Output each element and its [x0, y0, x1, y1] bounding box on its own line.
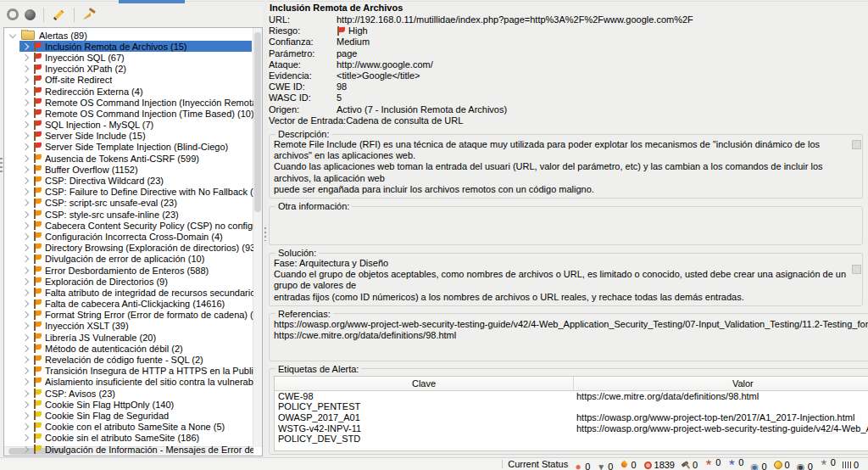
- alert-tree-item[interactable]: Divulgación de error de aplicación (10): [4, 254, 253, 265]
- expand-chevron-icon[interactable]: [22, 98, 29, 105]
- alert-tree-item[interactable]: Divulgación de Información - Mensajes de…: [4, 444, 253, 455]
- alert-tree-item[interactable]: Remote OS Command Injection (Inyección R…: [4, 97, 253, 108]
- alert-tree-item[interactable]: Configuración Incorrecta Cross-Domain (4…: [4, 231, 253, 242]
- expand-chevron-icon[interactable]: [22, 177, 29, 184]
- expand-chevron-icon[interactable]: [22, 300, 29, 307]
- expand-chevron-icon[interactable]: [22, 244, 29, 251]
- scrollbar-stub[interactable]: [852, 265, 861, 274]
- alert-tree-item[interactable]: Inyección SQL (67): [4, 52, 253, 63]
- tree-root-alertas[interactable]: Alertas (89): [4, 30, 253, 41]
- expand-chevron-icon[interactable]: [22, 434, 29, 441]
- alert-tree-item[interactable]: Inyección XPath (2): [4, 64, 253, 75]
- alerts-tree: Alertas (89) Inclusión Remota de Archivo…: [3, 27, 263, 456]
- table-row[interactable]: WSTG-v42-INPV-11 https://owasp.org/www-p…: [275, 423, 868, 434]
- expand-chevron-icon[interactable]: [22, 367, 29, 374]
- expand-chevron-icon[interactable]: [22, 222, 29, 229]
- collapse-chevron-icon[interactable]: [9, 31, 16, 37]
- risk-flag-icon: [33, 143, 42, 152]
- alert-tree-item[interactable]: CSP: script-src unsafe-eval (23): [4, 198, 253, 209]
- alert-tree-item[interactable]: CSP: Avisos (23): [4, 388, 253, 399]
- expand-chevron-icon[interactable]: [22, 389, 29, 396]
- alert-tree-item[interactable]: Falta de cabecera Anti-Clickjacking (146…: [4, 299, 253, 310]
- expand-chevron-icon[interactable]: [22, 401, 29, 408]
- alert-tree-item[interactable]: Server Side Include (15): [4, 131, 253, 142]
- expand-chevron-icon[interactable]: [22, 233, 29, 240]
- alert-tree-item[interactable]: Cabecera Content Security Policy (CSP) n…: [4, 220, 253, 231]
- alert-tree-item[interactable]: Exploración de Directorios (9): [4, 276, 253, 287]
- alert-tree-item[interactable]: Inyección XSLT (39): [4, 321, 253, 332]
- alert-tree-item[interactable]: CSP: style-src unsafe-inline (23): [4, 209, 253, 220]
- alert-tree-item[interactable]: Buffer Overflow (1152): [4, 164, 253, 175]
- alert-tree-item[interactable]: Aislamiento insuficiente del sitio contr…: [4, 377, 253, 388]
- scope-sphere-icon[interactable]: [25, 9, 36, 20]
- edit-pencil-icon[interactable]: [52, 8, 66, 21]
- expand-chevron-icon[interactable]: [22, 266, 29, 273]
- alert-tree-item[interactable]: Revelación de código fuente - SQL (2): [4, 354, 253, 365]
- alert-tree-item[interactable]: Inclusión Remota de Archivos (15): [4, 41, 253, 52]
- expand-chevron-icon[interactable]: [22, 412, 29, 419]
- expand-chevron-icon[interactable]: [22, 121, 29, 128]
- column-header-valor[interactable]: Valor: [574, 377, 868, 390]
- expand-chevron-icon[interactable]: [22, 356, 29, 363]
- expand-chevron-icon[interactable]: [22, 110, 29, 117]
- alert-tree-item[interactable]: Transición Insegura de HTTP a HTTPS en l…: [4, 366, 253, 377]
- column-header-clave[interactable]: Clave: [275, 377, 574, 390]
- alert-tree-item[interactable]: Método de autenticación débil (2): [4, 343, 253, 354]
- alert-tree-item[interactable]: Cookie sin el atributo SameSite (186): [4, 433, 253, 444]
- alert-tree-item[interactable]: Falta atributo de integridad de recursos…: [4, 287, 253, 298]
- expand-chevron-icon[interactable]: [22, 154, 29, 161]
- table-row[interactable]: OWASP_2017_A01 https://owasp.org/www-pro…: [275, 412, 868, 423]
- expand-chevron-icon[interactable]: [22, 65, 29, 72]
- expand-chevron-icon[interactable]: [22, 199, 29, 206]
- expand-chevron-icon[interactable]: [22, 210, 29, 217]
- solution-text[interactable]: Fase: Arquitectura y Diseño Cuando el gr…: [274, 258, 858, 303]
- detail-field-row: Vector de Entrada: Cadena de consulta de…: [269, 115, 863, 126]
- alert-tree-item[interactable]: Cookie Sin Flag HttpOnly (140): [4, 399, 253, 410]
- expand-chevron-icon[interactable]: [22, 345, 29, 352]
- expand-chevron-icon[interactable]: [22, 311, 29, 318]
- alert-tree-item[interactable]: Librería JS Vulnerable (20): [4, 332, 253, 343]
- description-text[interactable]: Remote File Include (RFI) es una técnica…: [274, 139, 858, 195]
- expand-chevron-icon[interactable]: [22, 87, 29, 94]
- table-row[interactable]: CWE-98 https://cwe.mitre.org/data/defini…: [275, 391, 868, 402]
- expand-chevron-icon[interactable]: [22, 132, 29, 139]
- tree-item-label: Inyección SQL (67): [45, 53, 125, 63]
- alert-tree-item[interactable]: Directory Browsing (Exploración de direc…: [4, 243, 253, 254]
- alert-tree-item[interactable]: Off-site Redirect: [4, 75, 253, 86]
- expand-chevron-icon[interactable]: [22, 43, 29, 50]
- clear-broom-icon[interactable]: [82, 8, 97, 21]
- reference-link[interactable]: https://owasp.org/www-project-web-securi…: [274, 319, 868, 330]
- expand-chevron-icon[interactable]: [22, 188, 29, 195]
- alert-tree-item[interactable]: Error Desbordamiento de Enteros (588): [4, 265, 253, 276]
- expand-chevron-icon[interactable]: [22, 289, 29, 296]
- expand-chevron-icon[interactable]: [22, 54, 29, 61]
- expand-chevron-icon[interactable]: [22, 143, 29, 150]
- expand-chevron-icon[interactable]: [22, 76, 29, 83]
- expand-chevron-icon[interactable]: [22, 166, 29, 173]
- table-row[interactable]: POLICY_DEV_STD: [275, 434, 868, 445]
- alert-tree-item[interactable]: CSP: Failure to Define Directive with No…: [4, 187, 253, 198]
- alert-tree-item[interactable]: Redirección Externa (4): [4, 86, 253, 97]
- expand-chevron-icon[interactable]: [22, 378, 29, 385]
- alert-tree-item[interactable]: Format String Error (Error de formato de…: [4, 310, 253, 321]
- other-info-text[interactable]: [274, 211, 858, 242]
- expand-chevron-icon[interactable]: [22, 322, 29, 329]
- expand-chevron-icon[interactable]: [22, 255, 29, 262]
- table-row[interactable]: POLICY_PENTEST: [275, 401, 868, 412]
- alert-tree-item[interactable]: Remote OS Command Injection (Time Based)…: [4, 108, 253, 119]
- alert-tree-item[interactable]: Ausencia de Tokens Anti-CSRF (599): [4, 153, 253, 164]
- scrollbar-thumb[interactable]: [254, 32, 261, 212]
- link-nodes-icon[interactable]: [7, 8, 19, 20]
- alert-tree-item[interactable]: Cookie con el atributo SameSite a None (…: [4, 422, 253, 433]
- alert-tree-item[interactable]: CSP: Directiva Wildcard (23): [4, 175, 253, 186]
- alert-tree-item[interactable]: Server Side Template Injection (Blind-Ci…: [4, 142, 253, 153]
- tree-vertical-scrollbar[interactable]: [253, 28, 262, 447]
- splitter-grip[interactable]: [0, 158, 3, 173]
- scrollbar-stub[interactable]: [852, 140, 861, 149]
- expand-chevron-icon[interactable]: [22, 423, 29, 430]
- alert-tree-item[interactable]: SQL Injection - MySQL (7): [4, 120, 253, 131]
- alert-tree-item[interactable]: Cookie Sin Flag de Seguridad: [4, 410, 253, 421]
- expand-chevron-icon[interactable]: [22, 277, 29, 284]
- reference-link[interactable]: https://cwe.mitre.org/data/definitions/9…: [274, 330, 868, 341]
- expand-chevron-icon[interactable]: [22, 333, 29, 340]
